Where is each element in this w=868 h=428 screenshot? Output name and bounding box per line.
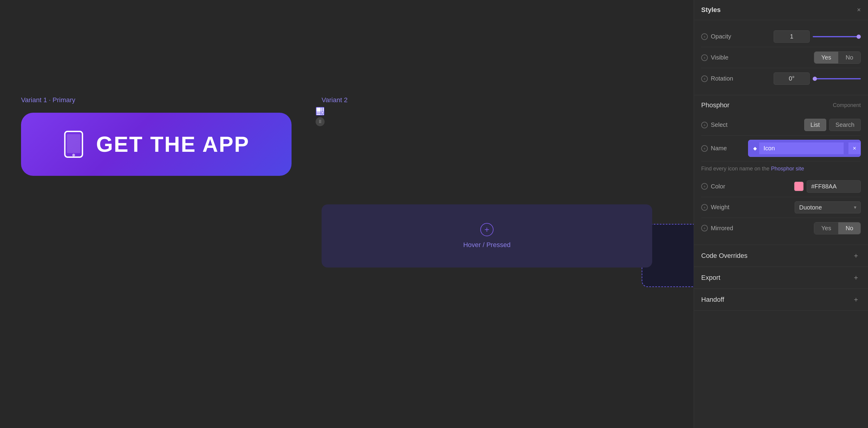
visible-icon: + (701, 54, 708, 61)
color-label: + Color (701, 183, 725, 190)
code-overrides-add-btn[interactable]: + (851, 251, 861, 261)
visible-row: + Visible Yes No (701, 47, 861, 68)
handoff-title: Handoff (701, 296, 724, 304)
handoff-header: Handoff + (701, 295, 861, 304)
color-input[interactable] (807, 180, 861, 193)
visible-toggle: Yes No (814, 52, 861, 64)
handoff-add-btn[interactable]: + (851, 295, 861, 304)
color-icon: + (701, 183, 708, 190)
mirrored-no-btn[interactable]: No (838, 222, 861, 234)
code-overrides-section: Code Overrides + (694, 245, 868, 267)
styles-title: Styles (701, 6, 721, 14)
opacity-input[interactable] (774, 30, 810, 43)
variant1-button[interactable]: GET THE APP (21, 113, 291, 176)
variant2-label: Variant 2 (321, 96, 347, 104)
mirrored-icon: + (701, 225, 708, 232)
name-row: + Name ◆ × (701, 135, 861, 161)
weight-select-wrapper: Duotone Thin Light Regular Bold Fill (795, 202, 861, 213)
rotation-slider[interactable] (813, 78, 861, 79)
color-controls (794, 180, 861, 193)
name-tag-icon: ◆ (753, 146, 757, 151)
opacity-controls (774, 30, 861, 43)
close-icon[interactable]: × (857, 6, 861, 14)
select-row: + Select List Search (701, 115, 861, 135)
resize-handle-bottom[interactable]: ⠿ (316, 117, 324, 126)
phosphor-subtitle: Component (833, 102, 861, 109)
svg-point-2 (72, 154, 75, 157)
mirrored-label: + Mirrored (701, 225, 733, 232)
hover-pressed-label: Hover / Pressed (463, 241, 510, 249)
canvas: Variant 1 · Primary GET THE APP Variant … (0, 0, 694, 428)
mirrored-row: + Mirrored Yes No (701, 218, 861, 239)
phone-icon (63, 131, 84, 158)
opacity-icon: + (701, 33, 708, 40)
name-icon: + (701, 145, 708, 152)
color-swatch[interactable] (794, 182, 804, 191)
plus-icon: + (485, 225, 489, 235)
weight-label: + Weight (701, 204, 730, 211)
export-title: Export (701, 274, 720, 282)
opacity-slider[interactable] (813, 36, 861, 37)
selection-handle-br[interactable] (316, 107, 321, 113)
rotation-controls (774, 72, 861, 85)
select-label: + Select (701, 121, 727, 128)
name-label: + Name (701, 145, 727, 152)
color-row: + Color (701, 176, 861, 197)
phosphor-site-link[interactable]: Phosphor site (771, 165, 804, 172)
weight-icon: + (701, 204, 708, 211)
search-button[interactable]: Search (829, 119, 861, 131)
visible-label: + Visible (701, 54, 728, 61)
styles-header: Styles × (694, 0, 868, 20)
handoff-section: Handoff + (694, 289, 868, 311)
phosphor-section: Phosphor Component + Select List Search … (694, 95, 868, 245)
properties-section: + Opacity + Visible Yes No + Rotation (694, 20, 868, 95)
rotation-input[interactable] (774, 72, 810, 85)
select-controls: List Search (804, 119, 861, 131)
code-overrides-title: Code Overrides (701, 252, 747, 260)
list-button[interactable]: List (804, 119, 826, 131)
resize-icon: ⠿ (318, 119, 321, 124)
mirrored-yes-btn[interactable]: Yes (814, 222, 839, 234)
export-add-btn[interactable]: + (851, 273, 861, 282)
rotation-label: + Rotation (701, 75, 733, 82)
opacity-row: + Opacity (701, 26, 861, 47)
name-input[interactable] (759, 143, 844, 154)
phosphor-description: Find every icon name on the Phosphor sit… (701, 161, 861, 176)
variant1-btn-text: GET THE APP (96, 132, 249, 157)
hover-pressed-area[interactable]: + Hover / Pressed (321, 204, 652, 268)
add-state-button[interactable]: + (480, 223, 494, 236)
visible-no-btn[interactable]: No (838, 52, 861, 63)
mirrored-toggle: Yes No (814, 222, 861, 235)
select-icon: + (701, 122, 708, 128)
right-panel: Styles × + Opacity + Visible Yes No (694, 0, 868, 428)
visible-yes-btn[interactable]: Yes (814, 52, 839, 63)
export-section: Export + (694, 267, 868, 289)
weight-select[interactable]: Duotone Thin Light Regular Bold Fill (795, 202, 861, 213)
name-tag: ◆ (748, 140, 848, 157)
opacity-label: + Opacity (701, 33, 731, 40)
name-field[interactable]: ◆ × (748, 140, 861, 157)
svg-rect-1 (67, 134, 80, 153)
weight-row: + Weight Duotone Thin Light Regular Bold… (701, 197, 861, 218)
phosphor-title: Phosphor (701, 101, 730, 109)
export-header: Export + (701, 273, 861, 282)
code-overrides-header: Code Overrides + (701, 251, 861, 261)
variant1-label: Variant 1 · Primary (21, 96, 75, 104)
name-clear-button[interactable]: × (848, 143, 861, 154)
rotation-row: + Rotation (701, 68, 861, 89)
rotation-icon: + (701, 75, 708, 82)
